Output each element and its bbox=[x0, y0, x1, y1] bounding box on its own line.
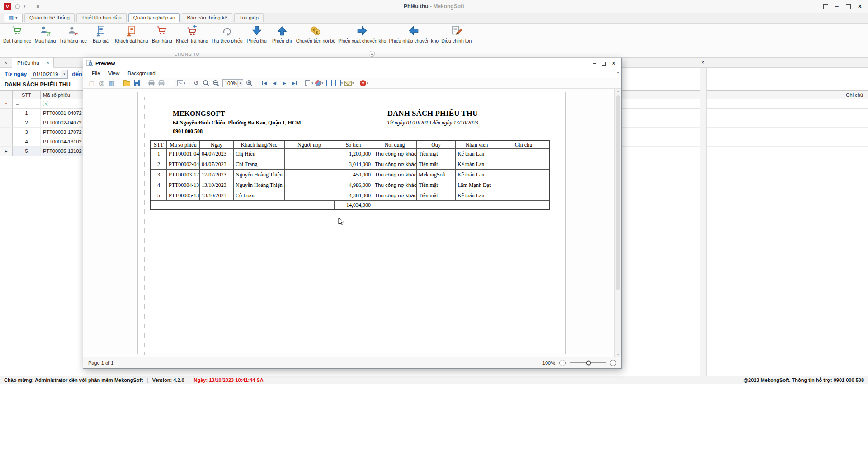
menu-item[interactable]: Background bbox=[123, 70, 159, 77]
menu-item[interactable]: File bbox=[88, 70, 104, 77]
zoom-minus-button[interactable]: − bbox=[559, 360, 566, 366]
cell-staff: Kế toán Lan bbox=[456, 190, 498, 200]
menu-item[interactable]: View bbox=[104, 70, 124, 77]
grid-header-note[interactable]: Ghi chú bbox=[844, 90, 868, 99]
filter-note-cell bbox=[844, 99, 868, 109]
last-page-button[interactable]: ▶ bbox=[290, 79, 299, 88]
save-button[interactable] bbox=[132, 79, 141, 88]
fullscreen-icon[interactable] bbox=[823, 4, 828, 9]
preview-menubar: File View Background ▾ bbox=[83, 68, 621, 78]
zoom-out-button[interactable] bbox=[212, 79, 221, 88]
document-quote-icon bbox=[95, 25, 107, 38]
zoom-combobox[interactable]: 100% ▾ bbox=[222, 79, 243, 87]
ribbon-button-phieu-chi[interactable]: Phiếu chi bbox=[269, 25, 295, 52]
ribbon-button-tra-hang-ncc[interactable]: Trả hàng ncc bbox=[58, 25, 88, 52]
ribbon-button-dat-hang-ncc[interactable]: Đặt hàng ncc bbox=[2, 25, 33, 52]
preview-scrollbar[interactable]: ▲ ▼ bbox=[614, 89, 621, 357]
hand-tool-button[interactable]: ↺ bbox=[192, 79, 201, 88]
ribbon-button-dieu-chinh-ton[interactable]: Điều chỉnh tồn bbox=[440, 25, 473, 52]
print-button[interactable] bbox=[147, 79, 156, 88]
zoom-percent-label: 100% bbox=[542, 360, 555, 366]
filter-edit-icon: a bbox=[43, 101, 48, 106]
quick-print-button[interactable] bbox=[157, 79, 166, 88]
row-indicator: ▶ bbox=[0, 137, 13, 147]
close-preview-button[interactable]: ×▾ bbox=[360, 79, 369, 88]
multiple-pages-button[interactable]: ▾ bbox=[305, 79, 314, 88]
next-page-button[interactable]: ▶ bbox=[280, 79, 289, 88]
ribbon-button-bao-gia[interactable]: Báo giá bbox=[88, 25, 113, 52]
ribbon-button-phieu-thu[interactable]: Phiếu thu bbox=[244, 25, 269, 52]
tab-close-right-icon[interactable]: × bbox=[701, 59, 704, 66]
ribbon-button-phieu-xuat-chuyen-kho[interactable]: Phiếu xuất chuyển kho bbox=[337, 25, 387, 52]
preview-maximize-icon[interactable] bbox=[602, 62, 606, 66]
scrollbar-thumb[interactable] bbox=[616, 95, 620, 290]
ribbon-tab[interactable]: Báo cáo thống kê bbox=[182, 13, 232, 22]
zoom-slider[interactable] bbox=[570, 362, 606, 363]
preview-titlebar[interactable]: Preview – × bbox=[83, 58, 621, 68]
page-setup-button[interactable] bbox=[167, 79, 176, 88]
from-date-picker[interactable]: 01/10/2019 ▾ bbox=[31, 70, 68, 79]
scroll-up-icon[interactable]: ▲ bbox=[615, 90, 621, 93]
thumbnails-button[interactable]: ▦ bbox=[107, 79, 116, 88]
cell-content: Thu công nợ khác bbox=[373, 190, 417, 200]
previous-page-button[interactable]: ◀ bbox=[270, 79, 279, 88]
minimize-icon[interactable]: – bbox=[835, 4, 839, 9]
preview-minimize-icon[interactable]: – bbox=[593, 62, 596, 66]
ribbon-tab[interactable]: Quản trị hệ thống bbox=[24, 13, 75, 22]
vertical-splitter[interactable] bbox=[700, 68, 707, 376]
document-map-button[interactable]: ▤ bbox=[87, 79, 96, 88]
ribbon-tab[interactable]: Trợ giúp bbox=[234, 13, 264, 22]
ribbon-tab[interactable]: Quản lý nghiệp vụ bbox=[128, 13, 180, 22]
menubar-overflow-caret-icon[interactable]: ▾ bbox=[617, 71, 619, 75]
scale-button[interactable]: ↘▾ bbox=[177, 79, 186, 88]
close-icon[interactable]: × bbox=[858, 4, 862, 9]
zoom-slider-thumb[interactable] bbox=[586, 361, 591, 366]
restore-icon[interactable] bbox=[846, 4, 851, 9]
tab-close-left-icon[interactable]: × bbox=[0, 60, 12, 66]
ribbon-button-khach-dat-hang[interactable]: Khách đặt hàng bbox=[113, 25, 150, 52]
ribbon-collapse-button[interactable]: ▴ bbox=[369, 51, 375, 57]
preview-close-icon[interactable]: × bbox=[612, 61, 615, 66]
grid-header-stt[interactable]: STT bbox=[13, 90, 41, 99]
tab-close-icon[interactable]: × bbox=[47, 60, 49, 66]
tab-phieu-thu[interactable]: Phiếu thu × bbox=[12, 58, 54, 68]
ribbon-button-label: Báo giá bbox=[93, 38, 109, 44]
quick-access-caret-icon[interactable]: ▾ bbox=[24, 4, 26, 9]
ribbon-button-chuyen-tien-noi-bo[interactable]: $$ Chuyển tiền nội bộ bbox=[295, 25, 337, 52]
ribbon-button-mua-hang[interactable]: Mua hàng bbox=[33, 25, 58, 52]
magnifier-icon bbox=[203, 80, 210, 87]
magnifier-button[interactable] bbox=[202, 79, 211, 88]
cell-amount: 450,000 bbox=[334, 170, 373, 180]
zoom-caret-icon[interactable]: ▾ bbox=[237, 80, 243, 87]
find-button[interactable]: ◎ bbox=[97, 79, 106, 88]
datepicker-caret-icon[interactable]: ▾ bbox=[61, 70, 67, 78]
preview-toolbar: ▤ ◎ ▦ ↘▾ ↺ 100% ▾ ◀ ◀ ▶ ▶ bbox=[83, 78, 621, 89]
zoom-in-button[interactable] bbox=[245, 79, 254, 88]
report-col-amount: Số tiền bbox=[334, 141, 373, 148]
app-menu-button[interactable]: ▦ ▾ bbox=[4, 14, 23, 22]
export-button[interactable]: ▾ bbox=[335, 79, 344, 88]
ribbon-tabs: Quản trị hệ thống Thiết lập ban đầu Quản… bbox=[24, 13, 264, 23]
send-email-button[interactable]: ▾ bbox=[344, 79, 354, 88]
first-page-button[interactable]: ◀ bbox=[260, 79, 269, 88]
ribbon-button-khach-tra-hang[interactable]: Khách trả hàng bbox=[175, 25, 209, 52]
export-document-button[interactable] bbox=[325, 79, 334, 88]
row-indicator: ▶ bbox=[0, 109, 13, 118]
open-button[interactable] bbox=[122, 79, 131, 88]
zoom-plus-button[interactable]: + bbox=[610, 360, 616, 366]
report-col-staff: Nhân viên bbox=[456, 141, 498, 148]
watermark-button[interactable]: ▾ bbox=[315, 79, 324, 88]
report-address: 64 Nguyễn Đình Chiểu, Phường Đa Kao, Quậ… bbox=[173, 119, 301, 126]
row-note bbox=[844, 109, 868, 118]
ribbon-button-ban-hang[interactable]: Bán hàng bbox=[149, 25, 175, 52]
ribbon-button-label: Mua hàng bbox=[35, 38, 56, 44]
filter-operator[interactable]: = bbox=[13, 99, 41, 109]
ribbon-button-thu-theo-phieu[interactable]: Thu theo phiếu bbox=[210, 25, 244, 52]
quick-access-customize-icon[interactable]: ≡ bbox=[37, 4, 39, 9]
ribbon-button-phieu-nhap-chuyen-kho[interactable]: Phiếu nhập chuyển kho bbox=[387, 25, 440, 52]
ribbon-tab[interactable]: Thiết lập ban đầu bbox=[76, 13, 127, 22]
arrow-right-blue-icon bbox=[356, 25, 368, 38]
quick-access-circle-icon[interactable] bbox=[15, 4, 20, 9]
copyright-text: @2023 MekongSoft. Thông tin hỗ trợ: 0901… bbox=[743, 377, 864, 383]
scroll-down-icon[interactable]: ▼ bbox=[615, 353, 621, 356]
